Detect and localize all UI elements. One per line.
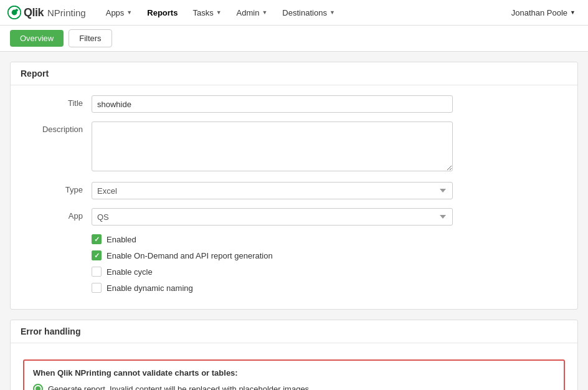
chevron-down-icon: ▼ <box>216 9 222 16</box>
qlik-logo: Qlik <box>7 6 44 19</box>
nav-item-admin[interactable]: Admin ▼ <box>229 0 275 26</box>
title-input[interactable] <box>92 95 453 113</box>
title-row: Title <box>11 95 577 113</box>
dynamic-checkbox[interactable] <box>92 283 102 293</box>
app-select[interactable]: QS <box>92 208 453 226</box>
user-menu[interactable]: Jonathan Poole ▼ <box>506 8 581 17</box>
generate-radio[interactable] <box>33 384 43 390</box>
error-section-title: Error handling <box>11 320 577 343</box>
error-box-title: When Qlik NPrinting cannot validate char… <box>33 368 555 378</box>
cycle-label: Enable cycle <box>107 267 153 277</box>
description-textarea[interactable] <box>92 121 453 171</box>
chevron-down-icon: ▼ <box>570 9 576 16</box>
ondemand-label: Enable On-Demand and API report generati… <box>107 251 273 260</box>
chevron-down-icon: ▼ <box>330 9 335 16</box>
chevron-down-icon: ▼ <box>126 9 132 16</box>
title-label: Title <box>23 95 92 108</box>
checkbox-ondemand: Enable On-Demand and API report generati… <box>11 250 577 260</box>
nav-item-apps[interactable]: Apps ▼ <box>98 0 140 26</box>
error-section-body: When Qlik NPrinting cannot validate char… <box>11 343 577 390</box>
app-control: QS <box>92 208 565 226</box>
report-section-title: Report <box>11 62 577 85</box>
sub-navigation: Overview Filters <box>0 26 588 52</box>
dynamic-label: Enable dynamic naming <box>107 283 193 293</box>
svg-point-2 <box>15 9 17 11</box>
error-handling-box: When Qlik NPrinting cannot validate char… <box>23 359 565 390</box>
chevron-down-icon: ▼ <box>262 9 267 16</box>
user-name: Jonathan Poole <box>511 8 567 17</box>
filters-button[interactable]: Filters <box>69 29 111 47</box>
radio-option-generate: Generate report. Invalid content will be… <box>33 384 555 390</box>
enabled-checkbox[interactable] <box>92 234 102 244</box>
nprinting-text: NPrinting <box>47 7 86 18</box>
brand-logo: Qlik NPrinting <box>7 6 86 19</box>
nav-item-tasks[interactable]: Tasks ▼ <box>185 0 229 26</box>
generate-label: Generate report. Invalid content will be… <box>48 384 311 391</box>
nav-item-reports[interactable]: Reports <box>140 0 185 26</box>
description-row: Description <box>11 121 577 173</box>
nav-menu: Apps ▼ Reports Tasks ▼ Admin ▼ Destinati… <box>98 0 506 26</box>
title-control <box>92 95 565 113</box>
type-label: Type <box>23 182 92 194</box>
overview-button[interactable]: Overview <box>10 30 64 47</box>
type-control: Excel <box>92 182 565 199</box>
nav-item-destinations[interactable]: Destinations ▼ <box>275 0 342 26</box>
description-control <box>92 121 565 173</box>
ondemand-checkbox[interactable] <box>92 250 102 260</box>
top-navigation: Qlik NPrinting Apps ▼ Reports Tasks ▼ Ad… <box>0 0 588 26</box>
report-section-body: Title Description Type Excel <box>11 85 577 309</box>
enabled-label: Enabled <box>107 235 136 244</box>
qlik-icon <box>7 6 21 19</box>
app-row: App QS <box>11 208 577 226</box>
cycle-checkbox[interactable] <box>92 267 102 277</box>
type-select[interactable]: Excel <box>92 182 453 199</box>
report-section: Report Title Description Type <box>10 62 578 310</box>
checkbox-enabled: Enabled <box>11 234 577 244</box>
checkbox-cycle: Enable cycle <box>11 267 577 277</box>
main-content: Report Title Description Type <box>0 52 588 390</box>
error-section: Error handling When Qlik NPrinting canno… <box>10 320 578 390</box>
type-row: Type Excel <box>11 182 577 199</box>
qlik-text: Qlik <box>24 6 44 19</box>
app-label: App <box>23 208 92 221</box>
description-label: Description <box>23 121 92 134</box>
checkbox-dynamic: Enable dynamic naming <box>11 283 577 293</box>
